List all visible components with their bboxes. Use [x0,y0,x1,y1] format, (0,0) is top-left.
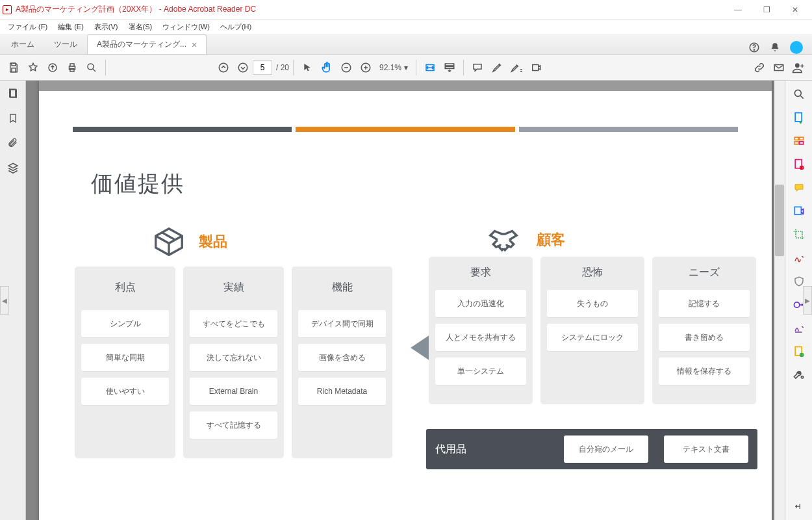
card: 自分宛のメール [564,436,648,463]
product-heading: 製品 [149,224,227,259]
close-button[interactable]: ✕ [781,0,809,20]
hand-icon[interactable] [317,58,336,77]
col-title: 機能 [332,281,353,294]
layers-icon[interactable] [6,161,19,174]
card: デバイス間で同期 [298,310,386,337]
slide-title: 価値提供 [91,169,184,199]
customer-columns: 要求 入力の迅速化 人とメモを共有する 単一システム 恐怖 失うもの システムに… [429,257,756,404]
maximize-button[interactable]: ❐ [752,0,781,20]
comment-tool-icon[interactable] [792,181,806,195]
product-columns: 利点 シンプル 簡単な同期 使いやすい 実績 すべてをどこでも 決して忘れない … [75,266,392,458]
divider-stripe [73,127,738,132]
card: 人とメモを共有する [435,324,526,351]
add-user-icon[interactable] [789,58,808,77]
menu-view[interactable]: 表示(V) [89,21,123,33]
svg-point-9 [219,63,228,72]
svg-rect-6 [70,64,74,66]
card: シンプル [81,310,169,337]
svg-point-1 [754,49,754,50]
menu-help[interactable]: ヘルプ(H) [215,21,257,33]
menubar: ファイル (F) 編集 (E) 表示(V) 署名(S) ウィンドウ(W) ヘルプ… [0,20,812,34]
svg-rect-15 [445,66,454,68]
help-icon[interactable] [748,42,760,53]
svg-rect-21 [795,113,802,122]
search-icon[interactable] [82,58,101,77]
window-title: A製品のマーケティング計画（20XX年） - Adobe Acrobat Rea… [16,4,724,15]
menu-window[interactable]: ウィンドウ(W) [157,21,215,33]
highlight-icon[interactable] [487,58,507,77]
crop-icon[interactable] [792,228,806,242]
select-icon[interactable] [298,58,317,77]
svg-rect-24 [794,142,798,144]
col-title: ニーズ [689,266,720,280]
card: 書き留める [659,324,750,351]
collapse-right-icon[interactable]: ▶ [803,286,812,315]
page-down-icon[interactable] [233,58,253,77]
svg-rect-25 [799,142,803,144]
svg-rect-3 [12,68,16,72]
svg-point-10 [238,63,247,72]
sign-tool-icon[interactable] [792,251,806,265]
star-icon[interactable] [23,58,43,77]
zoom-out-icon[interactable] [336,58,356,77]
email-icon[interactable] [769,58,789,77]
expand-panel-icon[interactable] [792,499,806,514]
card: External Brain [190,378,277,405]
thumbnails-icon[interactable] [6,87,19,100]
create-pdf-icon[interactable] [792,134,806,148]
export-pdf-icon[interactable] [792,110,806,125]
page-input[interactable] [253,60,272,75]
tab-home[interactable]: ホーム [1,34,44,54]
card: システムにロック [547,324,638,351]
tab-tools[interactable]: ツール [44,34,87,54]
bell-icon[interactable] [769,42,781,53]
minimize-button[interactable]: — [724,0,752,20]
card: 情報を保存する [659,358,750,385]
document-canvas[interactable]: 価値提供 製品 顧客 利点 シンプル 簡単な同期 使いやすい 実績 すべてをどこ… [26,81,785,520]
page-up-icon[interactable] [214,58,233,77]
main-area: ◀ 価値提供 製品 顧客 利点 シンプル 簡単な同期 使いやすい 実績 [0,81,812,520]
svg-point-17 [795,63,800,68]
menu-sign[interactable]: 署名(S) [123,21,158,33]
customer-label: 顧客 [537,230,565,250]
print-icon[interactable] [62,58,82,77]
stamp-icon[interactable] [526,58,546,77]
pen-text-icon[interactable] [507,58,526,77]
search-tool-icon[interactable] [792,87,806,101]
save-icon[interactable] [4,58,23,77]
share-link-icon[interactable] [750,58,769,77]
zoom-value: 92.1% [379,63,401,72]
page-view-icon[interactable] [440,58,459,77]
tab-document[interactable]: A製品のマーケティング... × [87,34,207,54]
card: 入力の迅速化 [435,290,526,317]
substitute-label: 代用品 [435,443,466,456]
document-page: 価値提供 製品 顧客 利点 シンプル 簡単な同期 使いやすい 実績 すべてをどこ… [39,81,772,520]
fit-width-icon[interactable] [420,58,440,77]
more-tools-icon[interactable] [792,368,806,382]
card: 簡単な同期 [81,344,169,371]
scrollbar[interactable] [774,81,785,520]
organize-icon[interactable] [792,204,806,218]
card: 単一システム [435,358,526,385]
tab-document-label: A製品のマーケティング... [97,39,186,50]
bookmark-icon[interactable] [6,112,19,125]
card: Rich Metadata [298,378,386,405]
menu-edit[interactable]: 編集 (E) [53,21,89,33]
svg-rect-23 [799,137,803,140]
collapse-left-icon[interactable]: ◀ [0,286,9,315]
card: 記憶する [659,290,750,317]
tab-close-icon[interactable]: × [192,40,197,50]
cloud-up-icon[interactable] [43,58,62,77]
comment-icon[interactable] [468,58,487,77]
menu-file[interactable]: ファイル (F) [3,21,53,33]
edit-pdf-icon[interactable] [792,157,806,172]
avatar[interactable] [790,41,803,54]
zoom-dropdown[interactable]: 92.1%▾ [375,63,412,72]
zoom-in-icon[interactable] [356,58,375,77]
convert-icon[interactable] [792,344,806,359]
svg-point-29 [794,302,799,307]
col-title: 恐怖 [582,266,603,280]
svg-rect-28 [794,207,801,214]
fill-sign-icon[interactable] [792,321,806,335]
attachment-icon[interactable] [6,136,19,150]
